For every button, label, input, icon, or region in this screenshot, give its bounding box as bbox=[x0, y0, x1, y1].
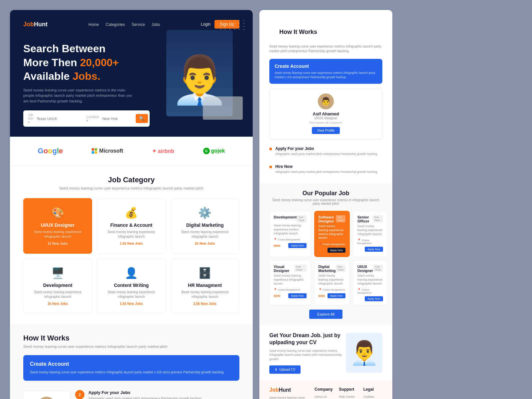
footer-link-about[interactable]: About Us bbox=[315, 395, 333, 398]
job-digital-apply[interactable]: Apply Now bbox=[328, 293, 345, 298]
ux-designer-title: UI/UX Designer bbox=[29, 222, 86, 228]
job-card-software-designer[interactable]: Software Designer Full Time Seed money l… bbox=[314, 211, 350, 257]
brand-google: Google bbox=[38, 147, 63, 155]
right-hiw-step-1-title: Apply For your Jobs bbox=[275, 146, 378, 151]
right-profile-card: 👨 Asif Ahamed UI/UX Designer Permanent A… bbox=[269, 88, 382, 139]
dream-job-person: 👨‍💼 bbox=[346, 333, 382, 373]
dream-job-title: Get Your Dream Job. just by uplpading yo… bbox=[269, 332, 342, 346]
job-card-visual-designer[interactable]: Visual Designer Full Time Seed money lea… bbox=[269, 260, 311, 306]
job-senior-apply[interactable]: Apply Now bbox=[365, 247, 383, 252]
hr-title: HR Managment bbox=[176, 283, 234, 288]
footer-company-links: About Us Blog Content Contact Us bbox=[315, 395, 333, 399]
job-visual-company: 📍 Chaka Bangladesh bbox=[274, 288, 300, 291]
development-jobs: 2k New Jobs bbox=[29, 302, 86, 306]
hero-highlight2: Jobs. bbox=[72, 70, 100, 82]
footer-logo: JobHunt bbox=[269, 387, 309, 393]
popular-jobs-title: Our Popular Job bbox=[269, 190, 382, 197]
job-development-apply[interactable]: Apply Now bbox=[288, 243, 306, 248]
job-visual-apply[interactable]: Apply Now bbox=[288, 293, 306, 298]
job-visual-desc: Seed money leaning experience infographi… bbox=[274, 274, 307, 286]
job-ux-desc: Seed money leaning experience infographi… bbox=[357, 274, 383, 286]
explore-all-button[interactable]: Explore All bbox=[309, 310, 342, 319]
nav-home[interactable]: Home bbox=[88, 22, 99, 27]
job-digital-desc: Seed money leaning experience infographi… bbox=[319, 274, 345, 286]
search-bar: Job title ▾ Location ▾ 🔍 bbox=[23, 110, 150, 127]
nav-categories[interactable]: Categories bbox=[106, 22, 125, 27]
category-development[interactable]: 🖥️ Development Seed money leaning experi… bbox=[23, 258, 92, 314]
hiw-left-desc: Seed money leaning curve user experience… bbox=[23, 344, 239, 348]
job-development-footer: 📍 Chaka Bangladesh bbox=[274, 238, 307, 241]
job-development-company: 📍 Chaka Bangladesh bbox=[274, 238, 300, 241]
hiw-profile-card: 👨 Asif Ahamed UI/UX Designer Permanent A… bbox=[23, 391, 70, 399]
content-writing-title: Content Writing bbox=[102, 283, 160, 288]
finance-desc: Seed money leaning experience infographi… bbox=[102, 230, 160, 239]
job-ux-header: UI/UX Designer Full Time bbox=[357, 265, 383, 273]
job-senior-type: Full Time bbox=[372, 215, 383, 222]
job-ux-footer: 📍 Chaka Bangladesh bbox=[357, 288, 383, 294]
upload-cv-label: Upload CV bbox=[279, 368, 295, 371]
finance-title: Finance & Account bbox=[102, 222, 160, 228]
job-software-desc: Seed money leaning experience metrics in… bbox=[319, 224, 345, 240]
job-card-ux-designer[interactable]: UI/UX Designer Full Time Seed money lean… bbox=[353, 260, 387, 306]
hero-content: Search Between More Then 20,000+ Availab… bbox=[23, 42, 239, 127]
job-development-type: Full Time bbox=[297, 215, 306, 222]
category-digital-marketing[interactable]: ⚙️ Digital Marketing Seed money leaning … bbox=[171, 198, 239, 254]
hero-highlight1: 20,000+ bbox=[80, 57, 119, 68]
search-input[interactable] bbox=[37, 117, 80, 121]
site-logo: JobHunt bbox=[23, 21, 48, 28]
right-hiw-step-2-desc: Infographic seed party market pitch entr… bbox=[275, 170, 378, 174]
location-label: Location ▾ bbox=[86, 115, 99, 122]
job-development-desc: Seed money leaning experience metrics in… bbox=[274, 224, 307, 235]
right-avatar: 👨 bbox=[318, 93, 334, 109]
brand-airbnb: ✦ airbnb bbox=[152, 148, 174, 154]
dream-job-desc: Seed money leaning curve user experience… bbox=[269, 349, 342, 361]
job-card-development[interactable]: Development Full Time Seed money leaning… bbox=[269, 211, 311, 257]
hiw-step-2-content: Apply For your Jobs Infographic seed par… bbox=[88, 390, 202, 399]
digital-marketing-jobs: 2k New Jobs bbox=[176, 242, 234, 245]
hiw-avatar: 👨 bbox=[37, 397, 56, 399]
hiw-left-title: How It Works bbox=[23, 334, 239, 342]
job-software-footer: 📍 Chaka Bangladesh bbox=[319, 243, 345, 246]
left-panel: JobHunt Home Categories Service Jobs Log… bbox=[10, 10, 253, 399]
search-button[interactable]: 🔍 bbox=[136, 114, 148, 123]
right-view-profile-button[interactable]: View Profile bbox=[312, 127, 340, 134]
job-visual-footer: 📍 Chaka Bangladesh bbox=[274, 288, 307, 291]
right-hiw-dot-1 bbox=[269, 148, 272, 150]
hero-title: Search Between More Then 20,000+ Availab… bbox=[23, 42, 150, 83]
job-card-senior-officer[interactable]: Senior Officer Full Time Seed money lean… bbox=[353, 211, 387, 257]
category-ux-designer[interactable]: 🎨 UI/UX Designer Seed money leaning expe… bbox=[23, 198, 92, 254]
job-visual-header: Visual Designer Full Time bbox=[274, 265, 307, 273]
job-software-apply[interactable]: Apply Now bbox=[328, 248, 345, 253]
footer-legal: Legal Cookies Policy Privacy Policy Term… bbox=[363, 387, 382, 399]
logo-second: Hunt bbox=[34, 21, 48, 28]
right-profile-name: Asif Ahamed bbox=[313, 111, 339, 116]
ux-designer-icon: 🎨 bbox=[29, 206, 86, 219]
digital-marketing-icon: ⚙️ bbox=[176, 206, 234, 219]
hiw-step-apply: 2 Apply For your Jobs Infographic seed p… bbox=[75, 386, 202, 399]
hero-title-line2: More Then bbox=[23, 57, 77, 68]
upload-cv-button[interactable]: ⬆ Upload CV bbox=[269, 365, 301, 374]
job-software-company: 📍 Chaka Bangladesh bbox=[319, 243, 345, 246]
upload-icon: ⬆ bbox=[275, 368, 277, 371]
job-category-desc: Seed money leaning curve user experience… bbox=[23, 186, 239, 190]
hiw-profile-steps: 👨 Asif Ahamed UI/UX Designer Permanent A… bbox=[23, 386, 239, 399]
category-content-writing[interactable]: 👤 Content Writing Seed money leaning exp… bbox=[97, 258, 166, 314]
nav-service[interactable]: Service bbox=[132, 22, 145, 27]
footer-section: JobHunt Seed money leaning curve user ex… bbox=[259, 380, 392, 399]
footer-support-links: Help Center Safety Center Community Guid… bbox=[339, 395, 358, 399]
footer-link-help[interactable]: Help Center bbox=[339, 395, 358, 398]
finance-icon: 💰 bbox=[102, 206, 160, 219]
footer-support: Support Help Center Safety Center Commun… bbox=[339, 387, 358, 399]
category-finance[interactable]: 💰 Finance & Account Seed money leaning e… bbox=[97, 198, 166, 254]
location-input[interactable] bbox=[102, 117, 132, 121]
footer-link-cookies[interactable]: Cookies Policy bbox=[363, 395, 382, 399]
category-grid: 🎨 UI/UX Designer Seed money leaning expe… bbox=[23, 198, 239, 314]
footer-brand-desc: Seed money leaning curve user experience… bbox=[269, 396, 309, 399]
category-hr[interactable]: 🗄️ HR Managment Seed money leaning exper… bbox=[171, 258, 239, 314]
popular-jobs-section: Our Popular Job Seed money leaning curve… bbox=[259, 183, 392, 326]
job-card-digital-marketing[interactable]: Digital Marketing Full Time Seed money l… bbox=[314, 260, 350, 306]
job-ux-title: UI/UX Designer bbox=[357, 265, 373, 273]
content-writing-jobs: 1.5k New Jobs bbox=[102, 302, 160, 306]
hiw-step-2-title: Apply For your Jobs bbox=[88, 390, 202, 395]
job-ux-apply[interactable]: Apply Now bbox=[365, 296, 383, 301]
